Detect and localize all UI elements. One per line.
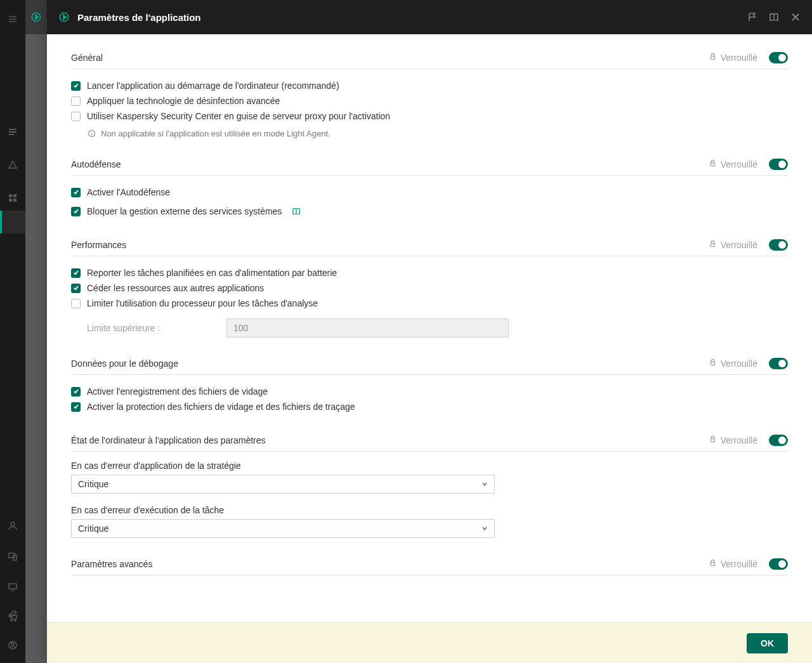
chk-label-limitcpu: Limiter l'utilisation du processeur pour… xyxy=(87,298,318,308)
flag-icon[interactable] xyxy=(747,12,757,22)
chk-label-yield: Céder les ressources aux autres applicat… xyxy=(87,283,264,293)
section-general: Général Verrouillé Lancer l'application … xyxy=(71,52,788,138)
account-icon[interactable] xyxy=(8,640,18,650)
section-computer-state: État de l'ordinateur à l'application des… xyxy=(71,435,788,538)
limit-input xyxy=(226,318,509,338)
svg-rect-1 xyxy=(9,131,16,133)
panel-header: Paramètres de l'application xyxy=(47,0,812,34)
panel-footer: OK xyxy=(47,622,812,663)
chk-label-proxy: Utiliser Kaspersky Security Center en gu… xyxy=(87,111,390,121)
section-title-debug: Données pour le débogage xyxy=(71,358,178,369)
lock-label: Verrouillé xyxy=(721,240,757,250)
panel-body: Général Verrouillé Lancer l'application … xyxy=(47,34,812,622)
toggle-state[interactable] xyxy=(769,435,788,446)
chk-battery[interactable] xyxy=(71,268,81,278)
rail-icon-2[interactable] xyxy=(8,160,18,170)
settings-panel: Paramètres de l'application Général Verr… xyxy=(47,0,812,663)
lock-icon xyxy=(709,358,717,369)
panel-title: Paramètres de l'application xyxy=(77,12,200,23)
chk-yield[interactable] xyxy=(71,284,81,293)
task-error-label: En cas d'erreur d'exécution de la tâche xyxy=(71,505,788,515)
secondary-header-icon[interactable] xyxy=(25,0,47,34)
toggle-general[interactable] xyxy=(769,52,788,63)
chk-launch-on-boot[interactable] xyxy=(71,81,81,91)
task-error-value: Critique xyxy=(78,523,108,534)
chk-protect[interactable] xyxy=(71,402,81,412)
chk-label-block: Bloquer la gestion externe des services … xyxy=(87,206,282,216)
toggle-advanced[interactable] xyxy=(769,558,788,570)
settings-icon[interactable] xyxy=(8,610,18,620)
lock-icon xyxy=(709,159,717,169)
svg-point-7 xyxy=(11,522,15,526)
toggle-perf[interactable] xyxy=(769,239,788,251)
info-icon xyxy=(87,129,96,138)
book-icon[interactable] xyxy=(769,12,779,22)
lock-label: Verrouillé xyxy=(721,435,757,445)
chk-block-external[interactable] xyxy=(71,207,81,216)
toggle-debug[interactable] xyxy=(769,358,788,369)
svg-rect-10 xyxy=(9,584,16,589)
chevron-down-icon xyxy=(481,479,488,489)
chk-label-autodef: Activer l'Autodéfense xyxy=(87,187,170,197)
lock-label: Verrouillé xyxy=(721,53,757,63)
rail-icon-1[interactable] xyxy=(8,127,18,137)
chk-label-disinfect: Appliquer la technologie de désinfection… xyxy=(87,96,280,106)
rail-active-marker xyxy=(0,211,25,233)
section-autodefense: Autodéfense Verrouillé Activer l'Autodéf… xyxy=(71,159,788,219)
monitor-icon[interactable] xyxy=(8,582,18,592)
lock-icon xyxy=(709,53,717,63)
lock-icon xyxy=(709,435,717,445)
chk-label-battery: Reporter les tâches planifiées en cas d'… xyxy=(87,268,337,278)
svg-rect-20 xyxy=(710,244,715,247)
chk-enable-autodef[interactable] xyxy=(71,188,81,197)
lock-icon xyxy=(709,559,717,569)
info-text: Non applicable si l'application est util… xyxy=(101,129,331,138)
chevron-down-icon xyxy=(481,523,488,534)
policy-error-label: En cas d'erreur d'application de la stra… xyxy=(71,461,788,471)
section-debug: Données pour le débogage Verrouillé Acti… xyxy=(71,358,788,414)
ok-button[interactable]: OK xyxy=(747,633,788,653)
svg-rect-22 xyxy=(710,439,715,442)
devices-icon[interactable] xyxy=(8,551,18,561)
chk-limit-cpu[interactable] xyxy=(71,299,81,308)
svg-rect-23 xyxy=(710,563,715,566)
menu-icon[interactable] xyxy=(0,6,25,32)
task-error-select[interactable]: Critique xyxy=(71,519,495,538)
svg-rect-21 xyxy=(710,362,715,365)
secondary-column xyxy=(25,0,47,663)
help-book-icon[interactable] xyxy=(292,207,301,216)
rail-icon-3[interactable] xyxy=(8,193,18,203)
svg-rect-6 xyxy=(13,199,16,202)
svg-rect-17 xyxy=(710,56,715,60)
section-title-perf: Performances xyxy=(71,240,126,250)
svg-rect-3 xyxy=(9,194,12,197)
policy-error-value: Critique xyxy=(78,479,108,489)
app-icon xyxy=(58,11,70,23)
chk-label-protect: Activer la protection des fichiers de vi… xyxy=(87,402,355,412)
svg-rect-5 xyxy=(9,199,12,202)
toggle-autodef[interactable] xyxy=(769,159,788,170)
section-title-general: Général xyxy=(71,53,103,63)
section-title-state: État de l'ordinateur à l'application des… xyxy=(71,435,266,445)
chk-label-dump: Activer l'enregistrement des fichiers de… xyxy=(87,386,268,397)
section-advanced: Paramètres avancés Verrouillé xyxy=(71,558,788,575)
policy-error-select[interactable]: Critique xyxy=(71,475,495,494)
svg-point-14 xyxy=(11,643,14,645)
section-title-autodef: Autodéfense xyxy=(71,159,121,169)
close-icon[interactable] xyxy=(790,12,801,22)
svg-rect-2 xyxy=(9,134,14,135)
svg-rect-0 xyxy=(9,129,16,130)
lock-label: Verrouillé xyxy=(721,559,757,569)
limit-label: Limite supérieure : xyxy=(87,323,220,333)
section-performance: Performances Verrouillé Reporter les tâc… xyxy=(71,239,788,338)
app-rail xyxy=(0,0,25,663)
lock-label: Verrouillé xyxy=(721,159,757,169)
chk-advanced-disinfect[interactable] xyxy=(71,96,81,106)
section-title-advanced: Paramètres avancés xyxy=(71,559,152,569)
chk-label-launch: Lancer l'application au démarrage de l'o… xyxy=(87,81,339,91)
user-icon[interactable] xyxy=(8,521,18,531)
chk-dump[interactable] xyxy=(71,387,81,397)
lock-label: Verrouillé xyxy=(721,358,757,369)
svg-rect-4 xyxy=(13,194,16,197)
chk-proxy-activation[interactable] xyxy=(71,112,81,121)
